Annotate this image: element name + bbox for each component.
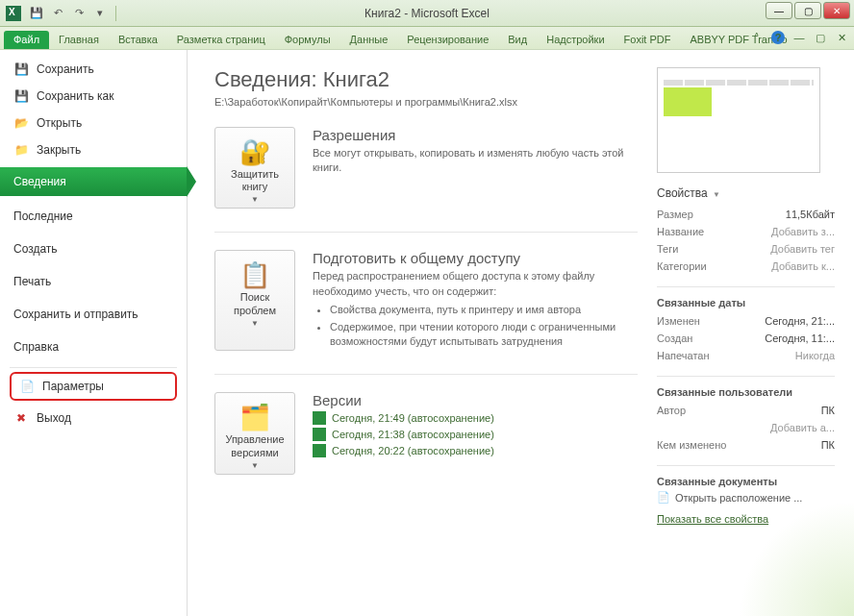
- sidebar-label: Закрыть: [37, 143, 81, 157]
- version-entry[interactable]: Сегодня, 21:49 (автосохранение): [313, 411, 638, 425]
- tab-data[interactable]: Данные: [340, 31, 398, 49]
- show-all-properties-link[interactable]: Показать все свойства: [657, 513, 768, 525]
- sidebar-info[interactable]: Сведения: [0, 167, 187, 196]
- button-label: Защитить книгу: [219, 168, 290, 193]
- sidebar-label: Выход: [37, 411, 71, 425]
- version-entry[interactable]: Сегодня, 20:22 (автосохранение): [313, 444, 638, 457]
- sidebar-close[interactable]: 📁Закрыть: [0, 136, 187, 163]
- title-bar: 💾 ↶ ↷ ▾ Книга2 - Microsoft Excel — ▢ ✕: [0, 0, 854, 27]
- tab-file[interactable]: Файл: [4, 31, 49, 49]
- tab-view[interactable]: Вид: [498, 31, 537, 49]
- help-icon[interactable]: ?: [771, 31, 785, 44]
- backstage-sidebar: 💾Сохранить 💾Сохранить как 📂Открыть 📁Закр…: [0, 50, 188, 616]
- backstage-view: 💾Сохранить 💾Сохранить как 📂Открыть 📁Закр…: [0, 50, 854, 616]
- version-label: Сегодня, 20:22 (автосохранение): [332, 445, 494, 456]
- excel-file-icon: [313, 444, 326, 457]
- excel-file-icon: [313, 428, 326, 441]
- sidebar-save[interactable]: 💾Сохранить: [0, 56, 187, 83]
- prop-printed: НапечатанНикогда: [657, 347, 835, 364]
- sidebar-options[interactable]: 📄Параметры: [10, 372, 177, 401]
- prop-categories[interactable]: КатегорииДобавить к...: [657, 258, 835, 275]
- ribbon-minimize-icon[interactable]: ˄: [750, 31, 764, 44]
- check-issues-button[interactable]: 📋 Поиск проблем ▼: [214, 250, 295, 351]
- properties-heading[interactable]: Свойства ▼: [657, 186, 835, 200]
- document-thumbnail[interactable]: [657, 67, 820, 173]
- minimize-button[interactable]: —: [766, 2, 792, 19]
- prop-modified: ИзмененСегодня, 21:...: [657, 312, 835, 330]
- qat-customize-icon[interactable]: ▾: [92, 6, 108, 21]
- prop-add-author[interactable]: Добавить а...: [657, 419, 835, 436]
- version-label: Сегодня, 21:38 (автосохранение): [332, 429, 494, 440]
- prop-author: АвторПК: [657, 402, 835, 419]
- versions-section: 🗂️ Управление версиями ▼ Версии Сегодня,…: [214, 392, 638, 474]
- section-text: Перед распространением общего доступа к …: [313, 269, 638, 349]
- sidebar-label: Создать: [13, 242, 58, 256]
- quick-access-toolbar: 💾 ↶ ↷ ▾: [29, 6, 118, 21]
- qat-redo-icon[interactable]: ↷: [71, 6, 87, 21]
- maximize-button[interactable]: ▢: [794, 2, 821, 19]
- open-location-link[interactable]: 📄Открыть расположение ...: [657, 491, 835, 504]
- tab-review[interactable]: Рецензирование: [397, 31, 498, 49]
- qat-save-icon[interactable]: 💾: [29, 6, 44, 21]
- sidebar-label: Последние: [13, 209, 73, 223]
- sidebar-label: Открыть: [37, 116, 82, 130]
- tab-addins[interactable]: Надстройки: [537, 31, 614, 49]
- prepare-bullet: Свойства документа, путь к принтеру и им…: [330, 303, 638, 317]
- sidebar-share[interactable]: Сохранить и отправить: [0, 298, 187, 331]
- sidebar-saveas[interactable]: 💾Сохранить как: [0, 83, 187, 110]
- sidebar-print[interactable]: Печать: [0, 265, 187, 298]
- tab-formulas[interactable]: Формулы: [275, 31, 340, 49]
- prepare-section: 📋 Поиск проблем ▼ Подготовить к общему д…: [214, 250, 638, 351]
- checklist-icon: 📋: [219, 259, 290, 291]
- button-label: Поиск проблем: [219, 291, 290, 316]
- sidebar-exit[interactable]: ✖Выход: [0, 405, 187, 431]
- tab-layout[interactable]: Разметка страниц: [167, 31, 275, 49]
- protect-workbook-button[interactable]: 🔐 Защитить книгу ▼: [214, 127, 295, 209]
- section-heading: Разрешения: [313, 127, 638, 143]
- manage-versions-button[interactable]: 🗂️ Управление версиями ▼: [214, 392, 295, 474]
- sidebar-help[interactable]: Справка: [0, 331, 187, 363]
- qat-undo-icon[interactable]: ↶: [50, 6, 65, 21]
- properties-panel: Свойства ▼ Размер11,5Кбайт НазваниеДобав…: [657, 67, 835, 616]
- file-path: E:\Заработок\Копирайт\Компьютеры и прогр…: [214, 96, 638, 108]
- ribbon-right-controls: ˄ ? — ▢ ✕: [750, 31, 848, 44]
- prop-title[interactable]: НазваниеДобавить з...: [657, 223, 835, 240]
- sidebar-separator: [10, 367, 177, 368]
- sidebar-recent[interactable]: Последние: [0, 200, 187, 233]
- exit-icon: ✖: [13, 410, 29, 426]
- sidebar-open[interactable]: 📂Открыть: [0, 110, 187, 136]
- tab-foxit[interactable]: Foxit PDF: [615, 31, 681, 49]
- saveas-icon: 💾: [13, 88, 29, 104]
- sidebar-label: Сохранить как: [37, 89, 113, 103]
- close-button[interactable]: ✕: [823, 2, 850, 19]
- button-label: Управление версиями: [219, 433, 290, 458]
- close-folder-icon: 📁: [13, 142, 29, 158]
- prop-created: СозданСегодня, 11:...: [657, 330, 835, 347]
- section-divider: [214, 232, 638, 233]
- related-users-heading: Связанные пользователи: [657, 376, 835, 398]
- mdi-restore-icon[interactable]: ▢: [814, 31, 827, 44]
- lock-key-icon: 🔐: [219, 136, 290, 168]
- prepare-body: Подготовить к общему доступу Перед распр…: [313, 250, 638, 351]
- version-entry[interactable]: Сегодня, 21:38 (автосохранение): [313, 428, 638, 441]
- section-text: Все могут открывать, копировать и изменя…: [313, 146, 638, 176]
- tab-home[interactable]: Главная: [49, 31, 109, 49]
- qat-separator: [115, 6, 116, 21]
- backstage-main: Сведения: Книга2 E:\Заработок\Копирайт\К…: [188, 50, 854, 616]
- chevron-down-icon: ▼: [219, 461, 290, 470]
- sidebar-new[interactable]: Создать: [0, 233, 187, 265]
- sidebar-label: Печать: [13, 275, 51, 288]
- ribbon-tabs: Файл Главная Вставка Разметка страниц Фо…: [0, 27, 854, 50]
- options-icon: 📄: [19, 379, 35, 394]
- mdi-minimize-icon[interactable]: —: [792, 31, 806, 44]
- version-label: Сегодня, 21:49 (автосохранение): [332, 412, 494, 424]
- excel-app-icon: [6, 6, 21, 21]
- tab-insert[interactable]: Вставка: [109, 31, 167, 49]
- sidebar-label: Сохранить и отправить: [13, 308, 138, 321]
- info-center: Сведения: Книга2 E:\Заработок\Копирайт\К…: [214, 67, 638, 616]
- prop-tags[interactable]: ТегиДобавить тег: [657, 240, 835, 258]
- prepare-intro: Перед распространением общего доступа к …: [313, 270, 594, 296]
- mdi-close-icon[interactable]: ✕: [835, 31, 848, 44]
- chevron-down-icon: ▼: [219, 195, 290, 204]
- save-icon: 💾: [13, 62, 29, 77]
